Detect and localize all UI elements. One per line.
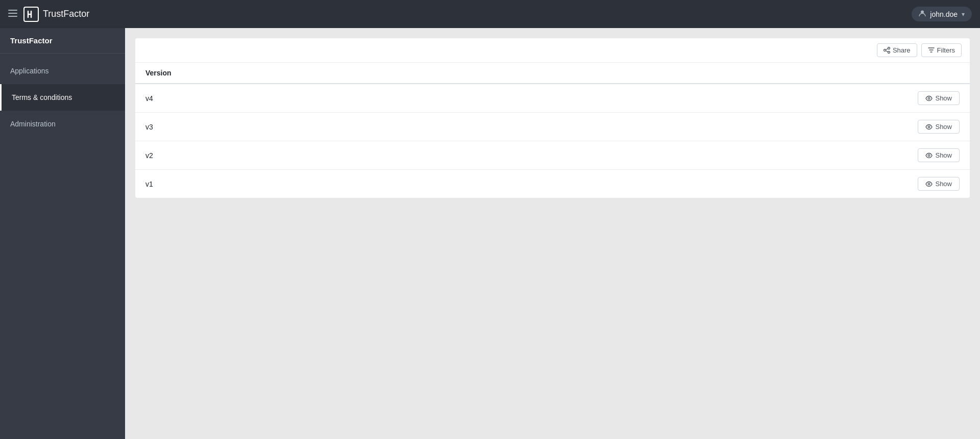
hamburger-icon[interactable]: [8, 9, 17, 19]
content-card: Share Filters Version v4: [135, 38, 970, 198]
share-icon: [884, 47, 890, 54]
show-button-v1[interactable]: Show: [918, 177, 960, 191]
versions-table: Version v4Showv3Showv2Showv1Show: [135, 63, 970, 198]
svg-point-11: [928, 154, 930, 157]
show-label: Show: [935, 180, 952, 188]
show-label: Show: [935, 94, 952, 102]
show-button-v3[interactable]: Show: [918, 120, 960, 134]
show-button-v4[interactable]: Show: [918, 91, 960, 105]
version-cell: v1: [135, 170, 492, 198]
eye-icon: [925, 95, 933, 102]
navbar-left: TrustFactor: [8, 7, 89, 22]
filters-label: Filters: [937, 46, 955, 54]
main-layout: TrustFactor Applications Terms & conditi…: [0, 28, 980, 439]
filter-icon: [928, 47, 935, 54]
svg-point-10: [928, 126, 930, 128]
navbar: TrustFactor john.doe ▾: [0, 0, 980, 28]
version-cell: v3: [135, 113, 492, 141]
user-menu[interactable]: john.doe ▾: [912, 7, 972, 21]
share-button[interactable]: Share: [877, 43, 917, 57]
filters-button[interactable]: Filters: [921, 43, 962, 57]
card-toolbar: Share Filters: [135, 38, 970, 63]
version-column-header: Version: [135, 63, 492, 84]
brand-logo: TrustFactor: [23, 7, 89, 22]
eye-icon: [925, 152, 933, 159]
table-row: v4Show: [135, 84, 970, 113]
svg-point-5: [884, 49, 886, 51]
sidebar-nav: Applications Terms & conditions Administ…: [0, 54, 125, 137]
svg-point-9: [928, 97, 930, 99]
actions-column-header: [492, 63, 970, 84]
show-button-v2[interactable]: Show: [918, 148, 960, 162]
sidebar: TrustFactor Applications Terms & conditi…: [0, 28, 125, 439]
svg-point-12: [928, 183, 930, 185]
sidebar-item-label: Terms & conditions: [12, 93, 72, 101]
eye-icon: [925, 123, 933, 131]
table-header-row: Version: [135, 63, 970, 84]
svg-point-4: [888, 47, 890, 49]
sidebar-item-applications[interactable]: Applications: [0, 58, 125, 84]
table-row: v3Show: [135, 113, 970, 141]
navbar-right: john.doe ▾: [912, 7, 972, 21]
table-row: v2Show: [135, 141, 970, 170]
svg-rect-2: [8, 16, 17, 17]
svg-line-7: [886, 48, 888, 49]
svg-point-6: [888, 51, 890, 54]
svg-rect-0: [8, 10, 17, 11]
user-icon: [919, 10, 926, 18]
version-cell: v2: [135, 141, 492, 170]
eye-icon: [925, 180, 933, 188]
actions-cell: Show: [492, 141, 970, 170]
share-label: Share: [893, 46, 911, 54]
brand-name: TrustFactor: [43, 9, 89, 19]
version-cell: v4: [135, 84, 492, 113]
svg-rect-1: [8, 13, 17, 14]
actions-cell: Show: [492, 84, 970, 113]
actions-cell: Show: [492, 170, 970, 198]
show-label: Show: [935, 123, 952, 131]
user-name: john.doe: [930, 10, 958, 18]
sidebar-item-label: Administration: [10, 120, 56, 128]
table-row: v1Show: [135, 170, 970, 198]
actions-cell: Show: [492, 113, 970, 141]
sidebar-item-administration[interactable]: Administration: [0, 111, 125, 137]
content-area: Share Filters Version v4: [125, 28, 980, 439]
svg-line-8: [886, 51, 888, 52]
chevron-down-icon: ▾: [962, 11, 965, 18]
sidebar-brand: TrustFactor: [0, 28, 125, 54]
sidebar-item-terms-conditions[interactable]: Terms & conditions: [0, 84, 125, 111]
show-label: Show: [935, 151, 952, 159]
brand-icon: [23, 7, 39, 22]
sidebar-item-label: Applications: [10, 67, 49, 75]
